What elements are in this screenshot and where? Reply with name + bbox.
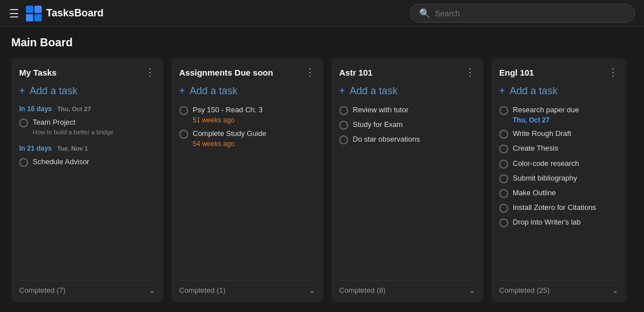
- completed-row-my-tasks[interactable]: Completed (7) ⌄: [19, 280, 156, 295]
- task-checkbox-research-paper[interactable]: [499, 106, 508, 115]
- search-bar[interactable]: 🔍: [410, 4, 635, 23]
- task-research-paper[interactable]: Research paper due Thu, Oct 27: [499, 105, 619, 124]
- app-title: TasksBoard: [46, 7, 104, 19]
- task-team-project[interactable]: Team Project How to build a better a bri…: [19, 117, 156, 135]
- task-submit-bibliography[interactable]: Submit bibliography: [499, 173, 619, 183]
- column-assignments: Assignments Due soon ⋮ + Add a task Psy …: [171, 58, 323, 302]
- column-title-assignments: Assignments Due soon: [179, 68, 273, 77]
- svg-rect-3: [34, 14, 42, 21]
- task-text-review-tutor: Review with tutor: [353, 105, 408, 115]
- task-text-psy150: Psy 150 - Read Ch. 3: [193, 105, 263, 115]
- topnav: ☰ TasksBoard 🔍: [0, 0, 644, 27]
- days-label-21: In 21 days: [19, 144, 52, 152]
- completed-row-assignments[interactable]: Completed (1) ⌄: [179, 280, 316, 295]
- columns-container: My Tasks ⋮ + Add a task In 16 days Thu, …: [11, 58, 633, 302]
- column-menu-icon-my-tasks[interactable]: ⋮: [145, 66, 156, 78]
- task-checkbox-install-zotero[interactable]: [499, 204, 508, 213]
- logo-icon: [26, 6, 42, 21]
- chevron-astr101: ⌄: [469, 285, 476, 295]
- chevron-engl101: ⌄: [612, 285, 619, 295]
- svg-rect-0: [26, 6, 33, 13]
- add-icon-my-tasks: +: [19, 85, 25, 97]
- task-text-install-zotero: Install Zotero for Citations: [513, 203, 596, 213]
- column-header-my-tasks: My Tasks ⋮: [19, 66, 156, 78]
- task-text-submit-bibliography: Submit bibliography: [513, 173, 577, 183]
- column-menu-icon-assignments[interactable]: ⋮: [305, 66, 316, 78]
- column-menu-icon-astr101[interactable]: ⋮: [465, 66, 476, 78]
- task-date-research-paper: Thu, Oct 27: [513, 116, 579, 124]
- task-checkbox-team-project[interactable]: [19, 118, 28, 128]
- task-overdue-psy150: 51 weeks ago: [193, 116, 263, 124]
- task-write-rough-draft[interactable]: Write Rough Draft: [499, 129, 619, 139]
- date-label-21: Tue, Nov 1: [57, 145, 88, 152]
- completed-label-assignments: Completed (1): [179, 286, 225, 295]
- completed-label-astr101: Completed (8): [339, 286, 385, 295]
- task-text-write-rough-draft: Write Rough Draft: [513, 129, 571, 139]
- task-psy150[interactable]: Psy 150 - Read Ch. 3 51 weeks ago: [179, 105, 316, 124]
- task-make-outline[interactable]: Make Outline: [499, 188, 619, 198]
- date-label-16: Thu, Oct 27: [57, 106, 91, 112]
- task-drop-writers-lab[interactable]: Drop into Writer's lab: [499, 217, 619, 227]
- task-review-tutor[interactable]: Review with tutor: [339, 105, 476, 115]
- add-task-label-engl101: Add a task: [510, 85, 558, 97]
- task-checkbox-star-observations[interactable]: [339, 135, 348, 144]
- group-label-16: In 16 days Thu, Oct 27: [19, 105, 156, 113]
- completed-row-astr101[interactable]: Completed (8) ⌄: [339, 280, 476, 295]
- add-icon-engl101: +: [499, 85, 505, 97]
- task-checkbox-psy150[interactable]: [179, 106, 188, 115]
- task-overdue-study-guide: 54 weeks ago: [193, 140, 267, 148]
- logo: TasksBoard: [26, 6, 104, 21]
- add-task-engl101[interactable]: + Add a task: [499, 85, 619, 97]
- group-label-21: In 21 days Tue, Nov 1: [19, 144, 156, 152]
- task-checkbox-drop-writers-lab[interactable]: [499, 218, 508, 227]
- svg-rect-1: [34, 6, 42, 13]
- column-title-engl101: Engl 101: [499, 68, 534, 77]
- task-star-observations[interactable]: Do star observations: [339, 134, 476, 144]
- task-study-exam[interactable]: Study for Exam: [339, 120, 476, 130]
- task-checkbox-study-exam[interactable]: [339, 121, 348, 130]
- task-text-star-observations: Do star observations: [353, 134, 420, 144]
- add-icon-astr101: +: [339, 85, 345, 97]
- chevron-assignments: ⌄: [309, 285, 316, 295]
- task-install-zotero[interactable]: Install Zotero for Citations: [499, 203, 619, 213]
- column-header-astr101: Astr 101 ⋮: [339, 66, 476, 78]
- completed-row-engl101[interactable]: Completed (25) ⌄: [499, 280, 619, 295]
- svg-rect-2: [26, 14, 33, 21]
- column-my-tasks: My Tasks ⋮ + Add a task In 16 days Thu, …: [11, 58, 163, 302]
- task-text-study-exam: Study for Exam: [353, 120, 403, 130]
- column-title-my-tasks: My Tasks: [19, 68, 56, 77]
- task-checkbox-create-thesis[interactable]: [499, 144, 508, 153]
- main-content: Main Board My Tasks ⋮ + Add a task In 16…: [0, 27, 644, 312]
- search-input[interactable]: [435, 9, 625, 18]
- menu-icon[interactable]: ☰: [9, 7, 19, 20]
- search-icon: 🔍: [419, 8, 430, 19]
- column-header-assignments: Assignments Due soon ⋮: [179, 66, 316, 78]
- task-text-team-project: Team Project: [33, 117, 114, 128]
- add-task-label-assignments: Add a task: [190, 85, 238, 97]
- task-schedule-advisor[interactable]: Schedule Advisor: [19, 157, 156, 167]
- task-checkbox-review-tutor[interactable]: [339, 106, 348, 115]
- column-menu-icon-engl101[interactable]: ⋮: [608, 66, 619, 78]
- task-text-create-thesis: Create Thesis: [513, 143, 558, 153]
- board-title: Main Board: [11, 36, 633, 49]
- task-checkbox-write-rough-draft[interactable]: [499, 130, 508, 139]
- completed-label-engl101: Completed (25): [499, 286, 550, 295]
- task-color-code[interactable]: Color-code research: [499, 159, 619, 169]
- completed-label-my-tasks: Completed (7): [19, 286, 65, 295]
- task-subtext-team-project: How to build a better a bridge: [33, 129, 114, 135]
- task-create-thesis[interactable]: Create Thesis: [499, 143, 619, 153]
- task-text-color-code: Color-code research: [513, 159, 579, 169]
- task-checkbox-make-outline[interactable]: [499, 189, 508, 198]
- add-task-my-tasks[interactable]: + Add a task: [19, 85, 156, 97]
- task-checkbox-submit-bibliography[interactable]: [499, 174, 508, 183]
- add-task-astr101[interactable]: + Add a task: [339, 85, 476, 97]
- task-study-guide[interactable]: Complete Study Guide 54 weeks ago: [179, 129, 316, 148]
- task-checkbox-study-guide[interactable]: [179, 130, 188, 139]
- task-checkbox-schedule-advisor[interactable]: [19, 158, 28, 167]
- add-task-assignments[interactable]: + Add a task: [179, 85, 316, 97]
- add-task-label-my-tasks: Add a task: [30, 85, 78, 97]
- task-text-make-outline: Make Outline: [513, 188, 556, 198]
- column-astr101: Astr 101 ⋮ + Add a task Review with tuto…: [331, 58, 483, 302]
- task-text-study-guide: Complete Study Guide: [193, 129, 267, 139]
- task-checkbox-color-code[interactable]: [499, 160, 508, 169]
